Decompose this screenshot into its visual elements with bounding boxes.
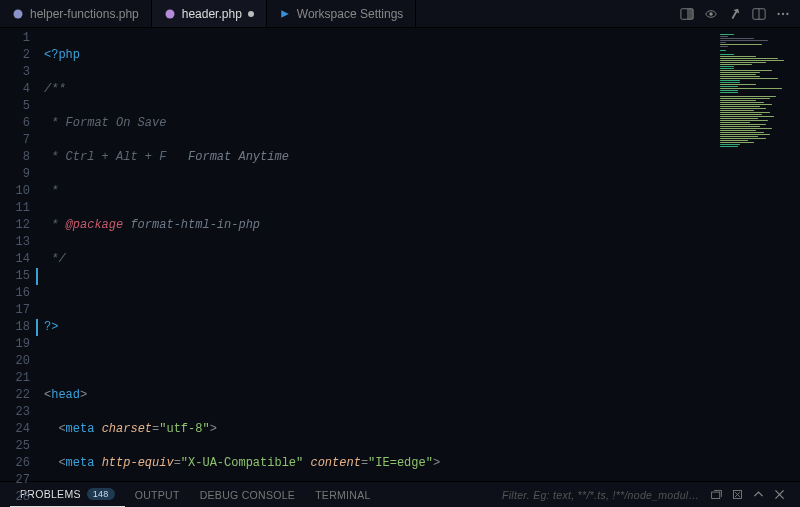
minimap[interactable] <box>716 28 788 481</box>
tab-label: header.php <box>182 7 242 21</box>
tab-header-php[interactable]: header.php <box>152 0 267 27</box>
gutter-change-bar <box>36 319 38 336</box>
split-preview-icon[interactable] <box>680 7 694 21</box>
more-actions-icon[interactable] <box>776 7 790 21</box>
vertical-scrollbar[interactable] <box>788 28 800 481</box>
panel-tab-label: TERMINAL <box>315 489 371 501</box>
diff-icon[interactable] <box>728 7 742 21</box>
tab-label: Workspace Settings <box>297 7 404 21</box>
svg-point-4 <box>709 12 713 16</box>
close-panel-icon[interactable] <box>773 488 786 501</box>
panel-tab-label: DEBUG CONSOLE <box>200 489 296 501</box>
svg-point-9 <box>786 12 788 14</box>
gutter-change-bar <box>36 268 38 285</box>
tab-helper-functions[interactable]: helper-functions.php <box>0 0 152 27</box>
split-editor-icon[interactable] <box>752 7 766 21</box>
panel-tab-debug-console[interactable]: DEBUG CONSOLE <box>190 482 306 507</box>
svg-point-7 <box>777 12 779 14</box>
php-icon <box>164 8 176 20</box>
editor-main: 1234567891011121314151617181920212223242… <box>0 28 800 481</box>
bottom-panel: PROBLEMS 148 OUTPUT DEBUG CONSOLE TERMIN… <box>0 481 800 507</box>
svg-point-0 <box>14 9 23 18</box>
clear-icon[interactable] <box>731 488 744 501</box>
panel-tab-output[interactable]: OUTPUT <box>125 482 190 507</box>
preview-icon[interactable] <box>704 7 718 21</box>
svg-rect-3 <box>687 8 693 19</box>
svg-point-8 <box>782 12 784 14</box>
dirty-indicator-icon <box>248 11 254 17</box>
editor-tab-bar: helper-functions.php header.php Workspac… <box>0 0 800 28</box>
svg-point-1 <box>165 9 174 18</box>
php-icon <box>12 8 24 20</box>
vscode-icon <box>279 8 291 20</box>
tabs-container: helper-functions.php header.php Workspac… <box>0 0 670 27</box>
panel-tab-terminal[interactable]: TERMINAL <box>305 482 381 507</box>
line-number-gutter: 1234567891011121314151617181920212223242… <box>0 28 44 481</box>
maximize-panel-icon[interactable] <box>752 488 765 501</box>
panel-tab-label: OUTPUT <box>135 489 180 501</box>
problems-filter-input[interactable]: Filter. Eg: text, **/*.ts, !**/node_modu… <box>496 487 706 503</box>
editor-actions <box>670 7 800 21</box>
collapse-all-icon[interactable] <box>710 488 723 501</box>
tab-label: helper-functions.php <box>30 7 139 21</box>
code-editor[interactable]: <?php /** * Format On Save * Ctrl + Alt … <box>44 28 716 481</box>
problems-count-badge: 148 <box>87 488 115 500</box>
tab-workspace-settings[interactable]: Workspace Settings <box>267 0 417 27</box>
svg-rect-10 <box>712 492 720 499</box>
